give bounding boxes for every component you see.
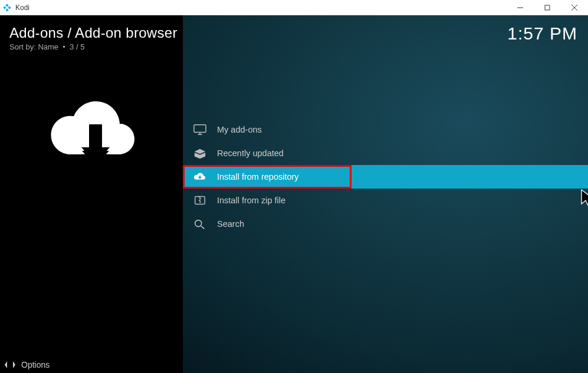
box-open-icon: [193, 147, 206, 159]
svg-line-19: [201, 226, 205, 229]
options-button[interactable]: Options: [5, 360, 50, 369]
app-body: Add-ons / Add-on browser Sort by: Name •…: [0, 15, 588, 373]
menu-list: My add-ons Recently updated Install from…: [183, 118, 588, 236]
search-icon: [193, 218, 206, 230]
zip-file-icon: [193, 194, 206, 206]
kodi-app-icon: [2, 3, 12, 12]
svg-rect-16: [199, 200, 201, 201]
cloud-plus-icon: [193, 171, 206, 183]
svg-rect-17: [199, 202, 201, 203]
menu-item-label: Search: [217, 219, 244, 229]
minimize-button[interactable]: [507, 0, 534, 15]
svg-rect-14: [199, 197, 201, 198]
maximize-button[interactable]: [534, 0, 561, 15]
list-position: 3 / 5: [70, 42, 84, 51]
sort-label: Sort by: Name: [9, 42, 58, 51]
monitor-icon: [193, 124, 206, 136]
menu-item-install-from-repository[interactable]: Install from repository: [183, 165, 588, 189]
download-cloud-icon: [44, 92, 139, 174]
svg-rect-7: [90, 125, 102, 153]
breadcrumb-path: Add-ons / Add-on browser: [9, 25, 178, 41]
menu-item-search[interactable]: Search: [183, 212, 588, 236]
svg-rect-1: [545, 5, 550, 10]
options-label: Options: [21, 360, 50, 369]
sidebar: Add-ons / Add-on browser Sort by: Name •…: [0, 15, 183, 373]
options-arrows-icon: [5, 360, 15, 369]
breadcrumb: Add-ons / Add-on browser Sort by: Name •…: [9, 25, 178, 51]
window-title: Kodi: [15, 4, 29, 12]
main-area: 1:57 PM My add-ons Recently updated Inst…: [183, 15, 588, 373]
menu-item-recently-updated[interactable]: Recently updated: [183, 141, 588, 165]
titlebar: Kodi: [0, 0, 588, 15]
window-controls: [507, 0, 588, 15]
close-button[interactable]: [561, 0, 588, 15]
svg-rect-10: [194, 125, 206, 133]
menu-item-label: Install from repository: [217, 172, 299, 181]
clock: 1:57 PM: [507, 24, 577, 44]
breadcrumb-subtitle: Sort by: Name • 3 / 5: [9, 42, 178, 51]
menu-item-my-addons[interactable]: My add-ons: [183, 118, 588, 141]
svg-rect-15: [199, 198, 201, 199]
menu-item-label: My add-ons: [217, 125, 262, 134]
menu-item-install-from-zip[interactable]: Install from zip file: [183, 189, 588, 212]
menu-item-label: Install from zip file: [217, 196, 285, 205]
svg-point-18: [195, 220, 202, 227]
menu-item-label: Recently updated: [217, 148, 284, 158]
